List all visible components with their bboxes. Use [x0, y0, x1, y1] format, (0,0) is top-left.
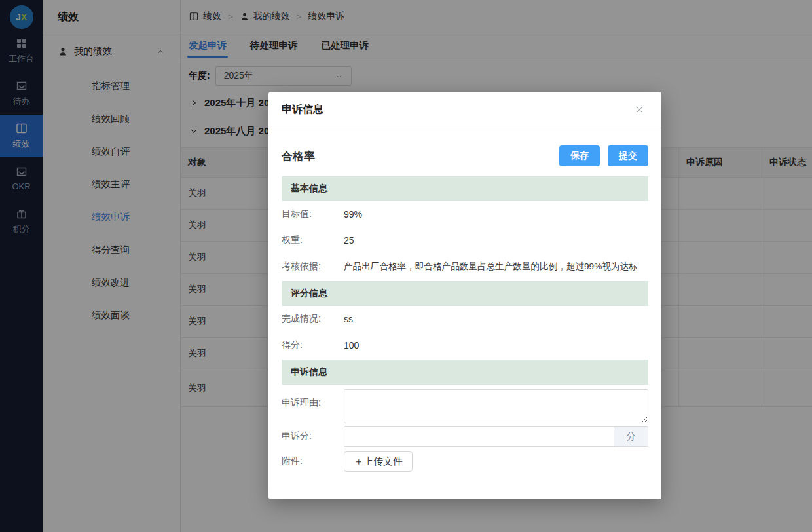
field-label: 得分:	[282, 339, 344, 351]
field-label: 完成情况:	[282, 313, 344, 325]
field-value: 99%	[344, 209, 362, 219]
field-value: 25	[344, 235, 354, 246]
field-appeal-score: 申诉分: 分	[282, 426, 648, 447]
field-value: 产品出厂合格率，即合格产品数量占总生产数量的比例，超过99%视为达标	[344, 261, 638, 273]
submit-button[interactable]: 提交	[608, 145, 648, 166]
appeal-reason-textarea[interactable]	[344, 389, 648, 423]
section-header-basic-info: 基本信息	[282, 176, 648, 201]
app-window: JX 工作台 待办 绩效 OKR 积分 绩效 我的绩效 指标管理	[0, 0, 812, 532]
field-score: 得分: 100	[282, 332, 648, 358]
field-completion: 完成情况: ss	[282, 306, 648, 332]
score-unit-suffix: 分	[614, 427, 648, 446]
field-appeal-reason: 申诉理由:	[282, 387, 648, 423]
modal-title: 申诉信息	[282, 103, 323, 117]
modal-actions: 保存 提交	[559, 145, 648, 166]
field-label: 申诉分:	[282, 430, 344, 442]
field-label: 权重:	[282, 235, 344, 246]
field-value: ss	[344, 314, 353, 324]
indicator-row: 合格率 保存 提交	[282, 145, 648, 166]
modal-header: 申诉信息	[268, 92, 661, 128]
field-value: 100	[344, 340, 359, 351]
field-label: 考核依据:	[282, 261, 344, 273]
appeal-score-input[interactable]	[344, 427, 614, 446]
close-icon[interactable]	[630, 101, 648, 119]
modal-body: 合格率 保存 提交 基本信息 目标值: 99% 权重: 25 考核依据: 产品出…	[268, 128, 661, 499]
field-label: 申诉理由:	[282, 387, 344, 409]
upload-file-button[interactable]: ＋上传文件	[344, 451, 413, 472]
appeal-score-input-group: 分	[344, 426, 648, 447]
field-assessment-basis: 考核依据: 产品出厂合格率，即合格产品数量占总生产数量的比例，超过99%视为达标	[282, 254, 648, 280]
section-header-appeal-info: 申诉信息	[282, 360, 648, 385]
field-target-value: 目标值: 99%	[282, 201, 648, 227]
field-label: 附件:	[282, 451, 344, 467]
field-weight: 权重: 25	[282, 227, 648, 254]
field-attachment: 附件: ＋上传文件	[282, 451, 648, 472]
field-label: 目标值:	[282, 208, 344, 220]
save-button[interactable]: 保存	[559, 145, 600, 166]
indicator-name: 合格率	[282, 149, 315, 164]
section-header-score-info: 评分信息	[282, 281, 648, 306]
appeal-info-modal: 申诉信息 合格率 保存 提交 基本信息 目标值: 99% 权重: 25	[268, 92, 661, 499]
